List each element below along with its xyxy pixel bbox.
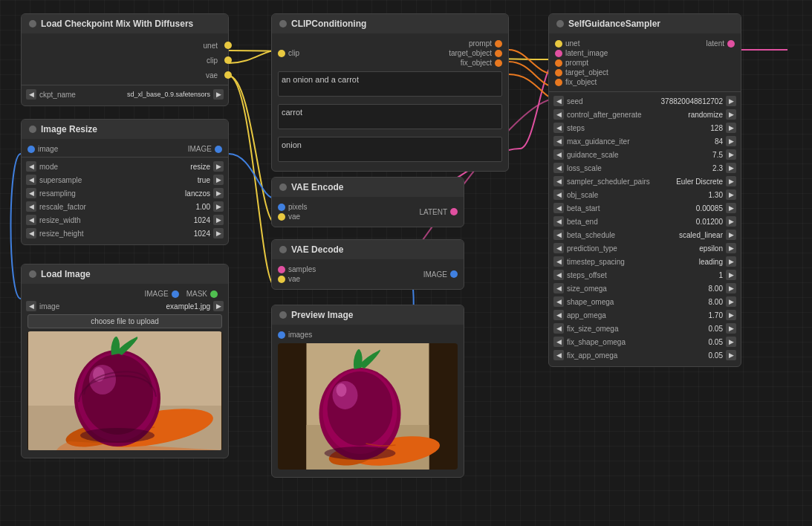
clip-text-area-1[interactable]: an onion and a carrot <box>278 71 502 97</box>
pt-right-btn[interactable]: ▶ <box>726 243 736 253</box>
images-label: images <box>288 331 312 339</box>
decode-image-out-port[interactable] <box>450 270 458 278</box>
timestep-row: ◀ timestep_spacing leading ▶ <box>549 255 741 268</box>
sg-prompt-in-port[interactable] <box>555 59 562 67</box>
sg-unet-in-port[interactable] <box>555 40 562 48</box>
height-right-btn[interactable]: ▶ <box>213 228 224 238</box>
bsched-right-btn[interactable]: ▶ <box>726 230 736 240</box>
sg-fix-in-port[interactable] <box>555 79 562 86</box>
choose-file-button[interactable]: choose file to upload <box>27 314 222 328</box>
clip-in-port[interactable] <box>278 50 285 57</box>
max-guidance-right-btn[interactable]: ▶ <box>726 136 736 146</box>
vae-encode-in-port[interactable] <box>278 213 285 221</box>
sg-latent-in-port[interactable] <box>555 50 562 57</box>
fshom-left-btn[interactable]: ◀ <box>553 337 564 347</box>
latent-out-port[interactable] <box>450 208 458 215</box>
clip-text-area-3[interactable]: onion <box>278 137 502 162</box>
siom-left-btn[interactable]: ◀ <box>553 283 564 293</box>
rescale-left-btn[interactable]: ◀ <box>26 201 36 212</box>
ls-label: loss_scale <box>567 164 709 172</box>
image-out-port[interactable] <box>215 146 222 153</box>
shom-right-btn[interactable]: ▶ <box>726 296 736 307</box>
mode-value: resize <box>190 163 210 171</box>
faom-left-btn[interactable]: ◀ <box>553 350 564 360</box>
sampler-left-btn[interactable]: ◀ <box>553 176 564 186</box>
prompt-out-port[interactable] <box>495 40 502 48</box>
gs-right-btn[interactable]: ▶ <box>726 149 736 160</box>
height-left-btn[interactable]: ◀ <box>26 228 36 238</box>
supersample-right-btn[interactable]: ▶ <box>213 175 224 185</box>
mode-right-btn[interactable]: ▶ <box>213 161 224 172</box>
samples-in-port[interactable] <box>278 266 285 273</box>
sampler-value: Euler Discrete <box>676 178 723 186</box>
pt-left-btn[interactable]: ◀ <box>553 243 564 253</box>
be-right-btn[interactable]: ▶ <box>726 216 736 227</box>
load-image-out-port[interactable] <box>172 290 179 298</box>
obj-left-btn[interactable]: ◀ <box>553 189 564 200</box>
mode-left-btn[interactable]: ◀ <box>26 161 36 172</box>
clip-body: clip prompt target_object fix_object an … <box>272 33 508 171</box>
fix-out-port[interactable] <box>495 59 502 67</box>
width-right-btn[interactable]: ▶ <box>213 215 224 225</box>
so-left-btn[interactable]: ◀ <box>553 270 564 280</box>
mask-port[interactable] <box>210 290 218 298</box>
supersample-left-btn[interactable]: ◀ <box>26 175 36 185</box>
control-left-btn[interactable]: ◀ <box>553 109 564 120</box>
aom-right-btn[interactable]: ▶ <box>726 310 736 320</box>
image-in-port[interactable] <box>27 146 35 153</box>
resampling-right-btn[interactable]: ▶ <box>213 188 224 198</box>
fsom-left-btn[interactable]: ◀ <box>553 323 564 334</box>
image-file-left-btn[interactable]: ◀ <box>26 301 36 311</box>
vae-port-out[interactable] <box>224 71 232 79</box>
ckpt-left-btn[interactable]: ◀ <box>26 89 36 100</box>
resampling-left-btn[interactable]: ◀ <box>26 188 36 198</box>
image-file-right-btn[interactable]: ▶ <box>213 301 224 311</box>
siom-right-btn[interactable]: ▶ <box>726 283 736 293</box>
bs-right-btn[interactable]: ▶ <box>726 203 736 213</box>
max-guidance-left-btn[interactable]: ◀ <box>553 136 564 146</box>
sampler-right-btn[interactable]: ▶ <box>726 176 736 186</box>
be-left-btn[interactable]: ◀ <box>553 216 564 227</box>
faom-right-btn[interactable]: ▶ <box>726 350 736 360</box>
sg-target-in-port[interactable] <box>555 69 562 77</box>
svg-point-9 <box>80 428 155 443</box>
vae-decode-in-port[interactable] <box>278 276 285 283</box>
obj-right-btn[interactable]: ▶ <box>726 189 736 200</box>
seed-right-btn[interactable]: ▶ <box>726 96 736 106</box>
clip-text-area-2[interactable]: carrot <box>278 104 502 129</box>
rescale-right-btn[interactable]: ▶ <box>213 201 224 212</box>
fshom-right-btn[interactable]: ▶ <box>726 337 736 347</box>
shom-left-btn[interactable]: ◀ <box>553 296 564 307</box>
latent-out-final-port[interactable] <box>727 40 735 48</box>
gs-left-btn[interactable]: ◀ <box>553 149 564 160</box>
clip-node: CLIPConditioning clip prompt target_obje… <box>271 13 509 172</box>
pixels-in-port[interactable] <box>278 204 285 211</box>
faom-value: 0.05 <box>709 351 723 360</box>
clip-port-out[interactable] <box>224 56 232 64</box>
aom-left-btn[interactable]: ◀ <box>553 310 564 320</box>
vae-decode-header: VAE Decode <box>272 240 464 259</box>
steps-left-btn[interactable]: ◀ <box>553 123 564 133</box>
unet-port-out[interactable] <box>224 42 232 49</box>
ts-left-btn[interactable]: ◀ <box>553 256 564 267</box>
control-right-btn[interactable]: ▶ <box>726 109 736 120</box>
target-out-port[interactable] <box>495 50 502 57</box>
so-right-btn[interactable]: ▶ <box>726 270 736 280</box>
ls-left-btn[interactable]: ◀ <box>553 163 564 173</box>
width-left-btn[interactable]: ◀ <box>26 215 36 225</box>
latent-out-txt: latent <box>707 39 724 48</box>
fsom-right-btn[interactable]: ▶ <box>726 323 736 334</box>
steps-right-btn[interactable]: ▶ <box>726 123 736 133</box>
seed-left-btn[interactable]: ◀ <box>553 96 564 106</box>
ls-right-btn[interactable]: ▶ <box>726 163 736 173</box>
images-in-port[interactable] <box>278 331 285 339</box>
ckpt-right-btn[interactable]: ▶ <box>213 89 224 100</box>
ts-right-btn[interactable]: ▶ <box>726 256 736 267</box>
control-value: randomize <box>688 111 723 119</box>
vae-decode-body: samples vae IMAGE <box>272 259 464 289</box>
bsched-left-btn[interactable]: ◀ <box>553 230 564 240</box>
bs-left-btn[interactable]: ◀ <box>553 203 564 213</box>
vae-label: vae <box>206 71 218 79</box>
seed-label: seed <box>567 97 658 105</box>
fix-size-omega-row: ◀ fix_size_omega 0.05 ▶ <box>549 322 741 335</box>
